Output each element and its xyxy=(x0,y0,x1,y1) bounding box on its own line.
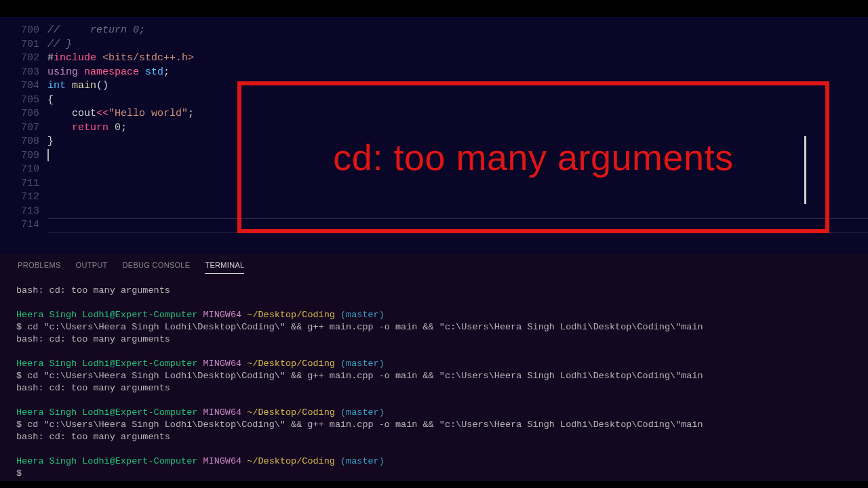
annotation-cursor xyxy=(804,136,806,204)
line-number: 713 xyxy=(0,205,39,219)
tab-problems[interactable]: PROBLEMS xyxy=(18,261,61,274)
line-number: 709 xyxy=(0,149,39,163)
terminal-prompt: Heera Singh Lodhi@Expert-Computer MINGW6… xyxy=(16,455,852,468)
line-number: 703 xyxy=(0,66,39,80)
line-number: 711 xyxy=(0,177,39,191)
terminal-command: $ cd "c:\Users\Heera Singh Lodhi\Desktop… xyxy=(16,370,852,382)
line-number: 700 xyxy=(0,24,39,38)
annotation-overlay: cd: too many arguments xyxy=(237,81,829,233)
line-number: 714 xyxy=(0,218,39,232)
terminal-prompt: Heera Singh Lodhi@Expert-Computer MINGW6… xyxy=(16,407,852,419)
terminal-prompt: Heera Singh Lodhi@Expert-Computer MINGW6… xyxy=(16,309,852,321)
terminal-error: bash: cd: too many arguments xyxy=(16,333,852,346)
terminal-command: $ xyxy=(16,468,852,480)
terminal-output[interactable]: bash: cd: too many argumentsHeera Singh … xyxy=(0,279,868,485)
terminal-command: $ cd "c:\Users\Heera Singh Lodhi\Desktop… xyxy=(16,419,852,431)
panel-tabs: PROBLEMSOUTPUTDEBUG CONSOLETERMINAL xyxy=(0,254,868,279)
tab-output[interactable]: OUTPUT xyxy=(76,261,108,274)
terminal-error: bash: cd: too many arguments xyxy=(16,285,852,297)
annotation-text: cd: too many arguments xyxy=(333,136,733,178)
bottom-panel: PROBLEMSOUTPUTDEBUG CONSOLETERMINAL bash… xyxy=(0,254,868,481)
line-number: 705 xyxy=(0,94,39,108)
line-number: 712 xyxy=(0,190,39,205)
code-line[interactable]: // return 0; xyxy=(47,24,868,38)
terminal-prompt: Heera Singh Lodhi@Expert-Computer MINGW6… xyxy=(16,358,852,370)
line-number: 704 xyxy=(0,79,39,94)
code-line[interactable]: using namespace std; xyxy=(47,66,868,80)
line-number: 702 xyxy=(0,52,39,66)
tab-debug[interactable]: DEBUG CONSOLE xyxy=(123,261,191,274)
line-number: 710 xyxy=(0,163,39,177)
terminal-command: $ cd "c:\Users\Heera Singh Lodhi\Desktop… xyxy=(16,321,852,333)
line-number: 708 xyxy=(0,135,39,149)
code-line[interactable]: #include <bits/stdc++.h> xyxy=(47,52,868,66)
line-number-gutter: 7007017027037047057067077087097107117127… xyxy=(0,17,47,254)
line-number: 701 xyxy=(0,38,39,52)
tab-terminal[interactable]: TERMINAL xyxy=(205,261,244,274)
terminal-error: bash: cd: too many arguments xyxy=(16,431,852,443)
line-number: 707 xyxy=(0,121,39,136)
terminal-error: bash: cd: too many arguments xyxy=(16,382,852,394)
code-line[interactable]: // } xyxy=(47,38,868,52)
line-number: 706 xyxy=(0,107,39,121)
editor-cursor xyxy=(47,149,49,161)
